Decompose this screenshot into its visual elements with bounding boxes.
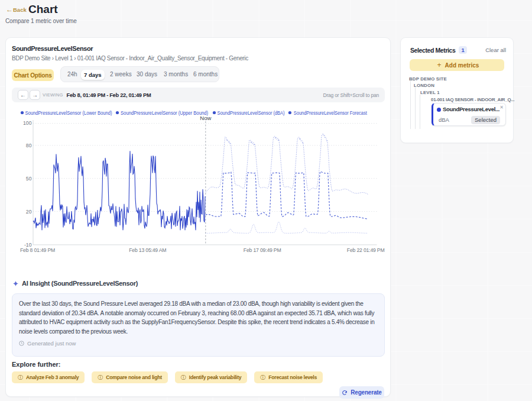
svg-text:80: 80: [26, 143, 32, 148]
svg-text:SoundPressureLevelSensor Forec: SoundPressureLevelSensor Forecast: [294, 109, 367, 116]
svg-text:Feb 8 01:49 PM: Feb 8 01:49 PM: [20, 247, 55, 253]
svg-text:Now: Now: [200, 115, 211, 121]
svg-text:Feb 17 09:49 PM: Feb 17 09:49 PM: [244, 247, 281, 253]
svg-text:100: 100: [23, 120, 32, 126]
svg-text:20: 20: [26, 209, 32, 215]
svg-text:Feb 13 05:49 AM: Feb 13 05:49 AM: [129, 247, 166, 253]
svg-text:SoundPressureLevelSensor (Lowe: SoundPressureLevelSensor (Lower Bound): [25, 109, 112, 116]
svg-text:SoundPressureLevelSensor (Uppe: SoundPressureLevelSensor (Upper Bound): [121, 109, 208, 116]
svg-text:SoundPressureLevelSensor (dBA): SoundPressureLevelSensor (dBA): [218, 109, 285, 116]
svg-text:Feb 22 01:49 PM: Feb 22 01:49 PM: [347, 247, 385, 253]
svg-text:50: 50: [26, 176, 32, 182]
